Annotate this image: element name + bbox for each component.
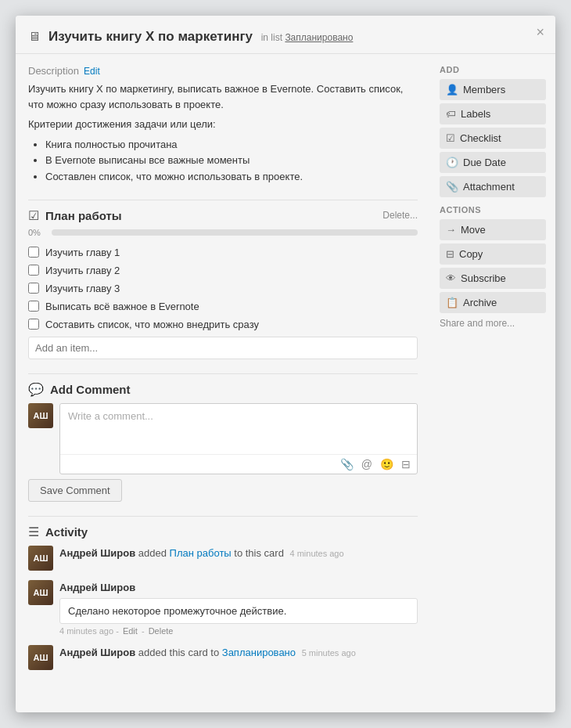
progress-bar-bg: [52, 229, 418, 236]
labels-label: Labels: [461, 108, 490, 120]
title-text: Изучить книгу X по маркетингу: [48, 29, 253, 44]
close-button[interactable]: ×: [536, 25, 544, 39]
activity-text: Андрей Широв: [59, 580, 418, 596]
list-name-link[interactable]: Запланировано: [285, 32, 353, 43]
checklist-delete-button[interactable]: Delete...: [382, 210, 418, 221]
comment-input-area: 📎 @ 🙂 ⊟: [59, 403, 418, 474]
activity-item: АШ Андрей Широв Сделано некоторое промеж…: [28, 580, 418, 636]
delete-comment-link[interactable]: Delete: [149, 626, 174, 636]
modal-body: Description Edit Изучить книгу X по марк…: [16, 54, 555, 712]
due-date-icon: 🕐: [446, 157, 458, 168]
description-section: Description Edit Изучить книгу X по марк…: [28, 65, 418, 186]
activity-time: 4 minutes ago: [290, 549, 344, 558]
description-edit-link[interactable]: Edit: [84, 66, 100, 77]
list-item: Составлен список, что можно использовать…: [45, 169, 418, 186]
checklist-section: ☑ План работы Delete... 0% Изучить главу…: [28, 208, 418, 359]
activity-avatar: АШ: [28, 580, 53, 605]
attachment-label: Attachment: [463, 181, 515, 193]
divider: [28, 200, 418, 200]
members-button[interactable]: 👤 Members: [440, 79, 546, 100]
criteria-list: Книга полностью прочитана В Evernote вып…: [28, 137, 418, 186]
activity-user: Андрей Широв: [59, 582, 135, 593]
activity-link[interactable]: План работы: [170, 547, 232, 559]
checklist-checkbox[interactable]: [28, 247, 39, 258]
emoji-icon[interactable]: 🙂: [380, 458, 393, 470]
card-modal: 🖥 Изучить книгу X по маркетингу in list …: [16, 16, 555, 712]
save-comment-button[interactable]: Save Comment: [28, 479, 122, 502]
checklist-checkbox[interactable]: [28, 301, 39, 312]
checklist-checkbox[interactable]: [28, 265, 39, 276]
in-list-prefix: in list: [261, 32, 282, 43]
checklist-button[interactable]: ☑ Checklist: [440, 128, 546, 149]
copy-button[interactable]: ⊟ Copy: [440, 243, 546, 265]
comment-icon: 💬: [28, 382, 44, 397]
sidebar: Add 👤 Members 🏷 Labels ☑ Checklist 🕐 Due…: [430, 54, 555, 712]
checklist-item: Составить список, что можно внедрить сра…: [28, 315, 418, 333]
checklist-item-label: Составить список, что можно внедрить сра…: [45, 319, 259, 330]
activity-avatar: АШ: [28, 546, 53, 571]
subscribe-label: Subscribe: [461, 272, 506, 284]
due-date-button[interactable]: 🕐 Due Date: [440, 152, 546, 173]
card-icon[interactable]: ⊟: [401, 458, 411, 470]
labels-button[interactable]: 🏷 Labels: [440, 103, 546, 124]
description-label-text: Description: [28, 65, 79, 77]
archive-button[interactable]: 📋 Archive: [440, 292, 546, 313]
card-icon: 🖥: [28, 30, 41, 44]
activity-section: ☰ Activity АШ Андрей Широв added План ра…: [28, 524, 418, 671]
modal-title: Изучить книгу X по маркетингу in list За…: [48, 28, 524, 45]
subscribe-icon: 👁: [446, 272, 456, 284]
attachment-button[interactable]: 📎 Attachment: [440, 176, 546, 197]
checklist-item: Изучить главу 2: [28, 261, 418, 279]
activity-user: Андрей Широв: [59, 547, 135, 559]
checklist-item-label: Изучить главу 3: [45, 283, 120, 294]
labels-icon: 🏷: [446, 108, 456, 120]
checklist-header: ☑ План работы Delete...: [28, 208, 418, 223]
add-item-input[interactable]: [28, 337, 418, 359]
subscribe-button[interactable]: 👁 Subscribe: [440, 268, 546, 289]
members-label: Members: [463, 84, 505, 96]
description-text: Изучить книгу X по маркетингу, выписать …: [28, 81, 418, 186]
activity-time: 5 minutes ago: [302, 648, 356, 658]
activity-text: Андрей Широв added this card to Запланир…: [59, 645, 356, 661]
activity-title: Activity: [45, 525, 88, 539]
copy-icon: ⊟: [446, 248, 454, 260]
checklist-checkbox[interactable]: [28, 283, 39, 294]
checklist-item-label: Выписать всё важное в Evernote: [45, 301, 199, 312]
checklist-checkbox[interactable]: [28, 319, 39, 330]
comment-textarea[interactable]: [60, 404, 417, 452]
in-list-text: in list Запланировано: [261, 32, 354, 43]
main-content: Description Edit Изучить книгу X по марк…: [16, 54, 430, 712]
checklist-item: Выписать всё важное в Evernote: [28, 297, 418, 315]
due-date-label: Due Date: [463, 157, 506, 168]
sidebar-actions-title: Actions: [440, 205, 546, 214]
move-icon: →: [446, 224, 456, 236]
activity-link[interactable]: Запланировано: [222, 647, 296, 658]
activity-actions: 4 minutes ago - Edit - Delete: [59, 626, 418, 636]
add-comment-header: 💬 Add Comment: [28, 382, 418, 397]
mention-icon[interactable]: @: [361, 458, 372, 470]
description-label-row: Description Edit: [28, 65, 418, 77]
share-link[interactable]: Share and more...: [440, 318, 546, 329]
activity-content: Андрей Широв added this card to Запланир…: [59, 645, 356, 661]
activity-user: Андрей Широв: [59, 647, 135, 658]
activity-item: АШ Андрей Широв added this card to Запла…: [28, 645, 418, 670]
attachment-icon[interactable]: 📎: [340, 458, 354, 470]
criteria-intro: Критерии достижения задачи или цели:: [28, 117, 418, 132]
progress-percent: 0%: [28, 228, 45, 237]
activity-icon: ☰: [28, 524, 39, 539]
sidebar-add-title: Add: [440, 65, 546, 74]
activity-avatar: АШ: [28, 645, 53, 670]
activity-content: Андрей Широв added План работы to this c…: [59, 546, 344, 561]
divider: [28, 373, 418, 374]
edit-comment-link[interactable]: Edit: [123, 626, 138, 636]
comment-toolbar: 📎 @ 🙂 ⊟: [60, 454, 417, 474]
checklist-sidebar-icon: ☑: [446, 132, 455, 144]
move-button[interactable]: → Move: [440, 219, 546, 240]
list-item: В Evernote выписаны все важные моменты: [45, 153, 418, 169]
divider: [28, 516, 418, 517]
archive-label: Archive: [463, 297, 497, 308]
list-item: Книга полностью прочитана: [45, 137, 418, 153]
members-icon: 👤: [446, 84, 458, 96]
add-comment-section: 💬 Add Comment АШ 📎 @ 🙂 ⊟: [28, 382, 418, 502]
activity-content: Андрей Широв Сделано некоторое промежуто…: [59, 580, 418, 636]
